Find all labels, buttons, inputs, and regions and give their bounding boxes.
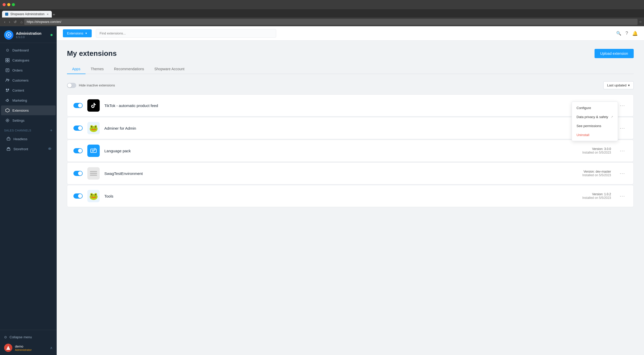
ext-meta-swagtest: Version: dev-master Installed on 5/5/202…: [582, 170, 611, 177]
ext-icon-languagepack: [87, 145, 100, 157]
hide-inactive-toggle[interactable]: [67, 83, 76, 88]
settings-icon: [5, 118, 10, 123]
orders-icon: [5, 68, 10, 73]
address-input[interactable]: [24, 19, 638, 25]
ext-menu-btn-tools[interactable]: ···: [618, 192, 627, 200]
tab-shopware-account[interactable]: Shopware Account: [149, 64, 190, 74]
svg-rect-20: [91, 149, 96, 153]
nav-item-dashboard[interactable]: ⊙ Dashboard: [1, 45, 56, 55]
search-input[interactable]: [96, 29, 276, 38]
app-info: Administration 6.5.0.0: [16, 31, 41, 39]
upload-extension-btn[interactable]: Upload extension: [595, 49, 634, 58]
ext-name-swagtest: SwagTestEnvironment: [104, 171, 578, 176]
ext-menu-btn-tiktok[interactable]: ···: [618, 102, 627, 109]
forward-btn[interactable]: ›: [9, 20, 10, 24]
context-menu-uninstall[interactable]: Uninstall: [572, 130, 618, 139]
ext-info-tiktok: TikTok - automatic product feed: [104, 103, 578, 108]
extensions-dropdown-btn[interactable]: Extensions ▼: [63, 29, 92, 37]
ext-name-adminer: Adminer for Admin: [104, 126, 578, 130]
nav-label-storefront: Storefront: [13, 147, 28, 151]
content-icon: [5, 88, 10, 93]
ext-icon-swagtest: [87, 167, 100, 180]
ext-menu-btn-swagtest[interactable]: ···: [618, 170, 627, 177]
ext-version-languagepack: Version: 3.0.0: [582, 147, 611, 151]
search-bar: [96, 29, 276, 38]
tab-title: Shopware Administration: [10, 12, 45, 16]
ext-info-languagepack: Language pack: [104, 149, 578, 153]
context-menu-configure[interactable]: Configure: [572, 103, 618, 112]
ext-name-languagepack: Language pack: [104, 149, 578, 153]
user-role: Administrator: [15, 348, 47, 351]
svg-rect-13: [6, 91, 8, 92]
back-btn[interactable]: ‹: [4, 20, 5, 24]
browser-tab[interactable]: Shopware Administration ✕: [2, 11, 52, 17]
minimize-btn[interactable]: [7, 3, 10, 6]
nav-item-orders[interactable]: Orders: [1, 65, 56, 75]
tab-recommendations[interactable]: Recommendations: [109, 64, 149, 74]
nav-item-marketing[interactable]: Marketing: [1, 95, 56, 105]
nav-label-customers: Customers: [12, 78, 29, 82]
extensions-icon: [5, 108, 10, 113]
nav-label-orders: Orders: [12, 68, 23, 72]
svg-point-9: [8, 79, 9, 80]
sort-btn[interactable]: Last updated ▾: [603, 81, 634, 89]
ext-name-tiktok: TikTok - automatic product feed: [104, 103, 578, 108]
tab-close-btn[interactable]: ✕: [47, 13, 49, 16]
collapse-label: Collapse menu: [10, 335, 32, 339]
customers-icon: [5, 78, 10, 83]
ext-menu-btn-adminer[interactable]: ···: [618, 125, 627, 132]
page-title: My extensions: [67, 49, 117, 58]
catalogues-icon: [5, 58, 10, 63]
collapse-menu-btn[interactable]: ⊙ Collapse menu: [4, 333, 53, 341]
ext-toggle-languagepack[interactable]: [73, 148, 83, 153]
nav-item-extensions[interactable]: Extensions: [1, 105, 56, 115]
main-nav: ⊙ Dashboard Catalogues Orders Customers: [0, 43, 57, 330]
dashboard-icon: ⊙: [5, 48, 10, 52]
nav-item-settings[interactable]: Settings: [1, 116, 56, 125]
nav-item-catalogues[interactable]: Catalogues: [1, 55, 56, 65]
tab-apps[interactable]: Apps: [67, 64, 86, 74]
svg-rect-1: [6, 58, 7, 60]
ext-toggle-swagtest[interactable]: [73, 171, 83, 176]
nav-item-storefront[interactable]: Storefront: [1, 144, 56, 154]
context-menu-data-privacy[interactable]: Data privacy & safety ↗: [572, 112, 618, 121]
close-btn[interactable]: [3, 3, 6, 6]
storefront-icon: [6, 147, 11, 151]
refresh-btn[interactable]: ↺: [14, 20, 17, 24]
ext-toggle-tiktok[interactable]: [73, 103, 83, 108]
nav-label-extensions: Extensions: [12, 109, 29, 112]
ext-menu-btn-languagepack[interactable]: ···: [618, 147, 627, 155]
nav-item-customers[interactable]: Customers: [1, 75, 56, 85]
swag-line-2: [90, 173, 97, 174]
user-expand-btn[interactable]: ∧: [50, 346, 53, 350]
app-name: Administration: [16, 31, 41, 36]
nav-label-content: Content: [12, 88, 24, 92]
chevron-down-icon: ▼: [85, 32, 88, 35]
ext-toggle-tools[interactable]: [73, 193, 83, 199]
search-icon[interactable]: 🔍: [616, 31, 621, 36]
topbar-right: 🔍 ? 🔔: [616, 31, 638, 36]
tab-themes[interactable]: Themes: [86, 64, 109, 74]
ext-installed-tools: Installed on 5/5/2023: [582, 196, 611, 200]
svg-rect-5: [6, 69, 9, 72]
nav-item-headless[interactable]: Headless: [1, 134, 56, 144]
nav-item-content[interactable]: Content: [1, 85, 56, 95]
ext-toggle-adminer[interactable]: [73, 126, 83, 131]
svg-point-8: [6, 79, 8, 80]
app-version: 6.5.0.0: [16, 36, 41, 39]
help-btn[interactable]: ?: [625, 31, 628, 36]
new-tab-btn[interactable]: +: [53, 12, 55, 17]
sort-chevron-icon: ▾: [628, 83, 630, 87]
eye-icon: [48, 147, 52, 151]
ext-info-swagtest: SwagTestEnvironment: [104, 171, 578, 176]
maximize-btn[interactable]: [12, 3, 15, 6]
notifications-btn[interactable]: 🔔: [632, 31, 638, 36]
add-sales-channel-btn[interactable]: +: [50, 128, 53, 133]
main-content: Extensions ▼ 🔍 ? 🔔 My extensions Upload …: [57, 26, 644, 355]
browser-bar: [0, 0, 644, 9]
context-menu-see-permissions[interactable]: See permissions: [572, 121, 618, 130]
home-btn[interactable]: ⌂: [20, 20, 22, 24]
marketing-icon: [5, 98, 10, 103]
sidebar: Administration 6.5.0.0 ⊙ Dashboard Catal…: [0, 26, 57, 355]
svg-rect-17: [7, 149, 10, 150]
